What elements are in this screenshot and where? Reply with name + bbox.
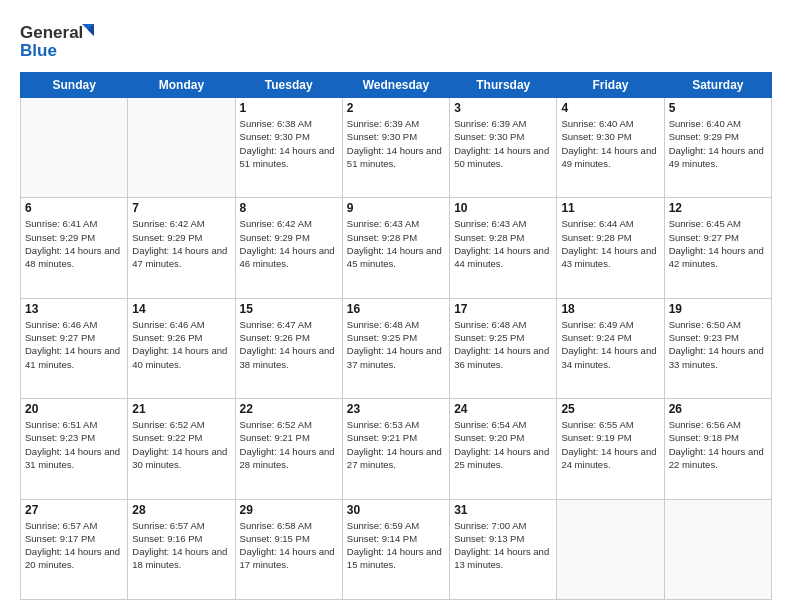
sunrise-text: Sunrise: 6:38 AM (240, 117, 338, 130)
sunset-text: Sunset: 9:28 PM (347, 231, 445, 244)
sunrise-text: Sunrise: 6:39 AM (347, 117, 445, 130)
sunrise-text: Sunrise: 6:47 AM (240, 318, 338, 331)
sunrise-text: Sunrise: 6:55 AM (561, 418, 659, 431)
day-info: Sunrise: 6:38 AMSunset: 9:30 PMDaylight:… (240, 117, 338, 170)
calendar-cell: 5Sunrise: 6:40 AMSunset: 9:29 PMDaylight… (664, 98, 771, 198)
sunset-text: Sunset: 9:16 PM (132, 532, 230, 545)
calendar-cell (21, 98, 128, 198)
daylight-text: Daylight: 14 hours and 46 minutes. (240, 244, 338, 271)
day-number: 23 (347, 402, 445, 416)
sunrise-text: Sunrise: 6:48 AM (454, 318, 552, 331)
sunset-text: Sunset: 9:28 PM (561, 231, 659, 244)
weekday-header: Saturday (664, 73, 771, 98)
day-info: Sunrise: 6:57 AMSunset: 9:16 PMDaylight:… (132, 519, 230, 572)
calendar-cell: 12Sunrise: 6:45 AMSunset: 9:27 PMDayligh… (664, 198, 771, 298)
calendar-cell: 13Sunrise: 6:46 AMSunset: 9:27 PMDayligh… (21, 298, 128, 398)
calendar-cell (664, 499, 771, 599)
day-number: 31 (454, 503, 552, 517)
day-info: Sunrise: 6:57 AMSunset: 9:17 PMDaylight:… (25, 519, 123, 572)
sunset-text: Sunset: 9:30 PM (240, 130, 338, 143)
calendar-cell: 11Sunrise: 6:44 AMSunset: 9:28 PMDayligh… (557, 198, 664, 298)
daylight-text: Daylight: 14 hours and 49 minutes. (669, 144, 767, 171)
sunrise-text: Sunrise: 6:40 AM (669, 117, 767, 130)
day-number: 2 (347, 101, 445, 115)
day-number: 30 (347, 503, 445, 517)
day-info: Sunrise: 6:52 AMSunset: 9:22 PMDaylight:… (132, 418, 230, 471)
weekday-header-row: SundayMondayTuesdayWednesdayThursdayFrid… (21, 73, 772, 98)
calendar-cell: 15Sunrise: 6:47 AMSunset: 9:26 PMDayligh… (235, 298, 342, 398)
day-info: Sunrise: 7:00 AMSunset: 9:13 PMDaylight:… (454, 519, 552, 572)
sunset-text: Sunset: 9:18 PM (669, 431, 767, 444)
sunrise-text: Sunrise: 6:43 AM (347, 217, 445, 230)
sunset-text: Sunset: 9:23 PM (669, 331, 767, 344)
day-info: Sunrise: 6:45 AMSunset: 9:27 PMDaylight:… (669, 217, 767, 270)
sunset-text: Sunset: 9:17 PM (25, 532, 123, 545)
weekday-header: Friday (557, 73, 664, 98)
sunset-text: Sunset: 9:21 PM (347, 431, 445, 444)
calendar-cell: 29Sunrise: 6:58 AMSunset: 9:15 PMDayligh… (235, 499, 342, 599)
sunrise-text: Sunrise: 6:43 AM (454, 217, 552, 230)
sunset-text: Sunset: 9:25 PM (347, 331, 445, 344)
sunrise-text: Sunrise: 6:39 AM (454, 117, 552, 130)
day-number: 16 (347, 302, 445, 316)
day-number: 1 (240, 101, 338, 115)
sunset-text: Sunset: 9:29 PM (669, 130, 767, 143)
day-number: 8 (240, 201, 338, 215)
daylight-text: Daylight: 14 hours and 49 minutes. (561, 144, 659, 171)
sunrise-text: Sunrise: 6:57 AM (25, 519, 123, 532)
calendar-cell: 25Sunrise: 6:55 AMSunset: 9:19 PMDayligh… (557, 399, 664, 499)
weekday-header: Tuesday (235, 73, 342, 98)
daylight-text: Daylight: 14 hours and 25 minutes. (454, 445, 552, 472)
calendar-row: 13Sunrise: 6:46 AMSunset: 9:27 PMDayligh… (21, 298, 772, 398)
day-info: Sunrise: 6:52 AMSunset: 9:21 PMDaylight:… (240, 418, 338, 471)
svg-text:Blue: Blue (20, 41, 57, 60)
day-info: Sunrise: 6:51 AMSunset: 9:23 PMDaylight:… (25, 418, 123, 471)
daylight-text: Daylight: 14 hours and 41 minutes. (25, 344, 123, 371)
daylight-text: Daylight: 14 hours and 51 minutes. (240, 144, 338, 171)
day-info: Sunrise: 6:53 AMSunset: 9:21 PMDaylight:… (347, 418, 445, 471)
sunrise-text: Sunrise: 6:41 AM (25, 217, 123, 230)
sunset-text: Sunset: 9:23 PM (25, 431, 123, 444)
day-number: 22 (240, 402, 338, 416)
sunset-text: Sunset: 9:30 PM (454, 130, 552, 143)
day-info: Sunrise: 6:39 AMSunset: 9:30 PMDaylight:… (347, 117, 445, 170)
day-number: 6 (25, 201, 123, 215)
sunrise-text: Sunrise: 6:44 AM (561, 217, 659, 230)
sunset-text: Sunset: 9:19 PM (561, 431, 659, 444)
calendar-cell: 7Sunrise: 6:42 AMSunset: 9:29 PMDaylight… (128, 198, 235, 298)
calendar-cell (128, 98, 235, 198)
daylight-text: Daylight: 14 hours and 20 minutes. (25, 545, 123, 572)
calendar-cell: 27Sunrise: 6:57 AMSunset: 9:17 PMDayligh… (21, 499, 128, 599)
sunrise-text: Sunrise: 6:45 AM (669, 217, 767, 230)
sunrise-text: Sunrise: 6:40 AM (561, 117, 659, 130)
calendar-cell: 19Sunrise: 6:50 AMSunset: 9:23 PMDayligh… (664, 298, 771, 398)
day-info: Sunrise: 6:50 AMSunset: 9:23 PMDaylight:… (669, 318, 767, 371)
calendar-row: 6Sunrise: 6:41 AMSunset: 9:29 PMDaylight… (21, 198, 772, 298)
day-number: 15 (240, 302, 338, 316)
calendar-row: 20Sunrise: 6:51 AMSunset: 9:23 PMDayligh… (21, 399, 772, 499)
calendar-cell: 14Sunrise: 6:46 AMSunset: 9:26 PMDayligh… (128, 298, 235, 398)
day-info: Sunrise: 6:55 AMSunset: 9:19 PMDaylight:… (561, 418, 659, 471)
sunset-text: Sunset: 9:30 PM (561, 130, 659, 143)
calendar-cell: 4Sunrise: 6:40 AMSunset: 9:30 PMDaylight… (557, 98, 664, 198)
sunset-text: Sunset: 9:29 PM (240, 231, 338, 244)
day-info: Sunrise: 6:54 AMSunset: 9:20 PMDaylight:… (454, 418, 552, 471)
sunset-text: Sunset: 9:21 PM (240, 431, 338, 444)
calendar-cell: 3Sunrise: 6:39 AMSunset: 9:30 PMDaylight… (450, 98, 557, 198)
sunset-text: Sunset: 9:14 PM (347, 532, 445, 545)
day-number: 29 (240, 503, 338, 517)
sunrise-text: Sunrise: 6:46 AM (25, 318, 123, 331)
sunrise-text: Sunrise: 6:52 AM (132, 418, 230, 431)
day-info: Sunrise: 6:48 AMSunset: 9:25 PMDaylight:… (347, 318, 445, 371)
calendar-cell: 1Sunrise: 6:38 AMSunset: 9:30 PMDaylight… (235, 98, 342, 198)
day-info: Sunrise: 6:39 AMSunset: 9:30 PMDaylight:… (454, 117, 552, 170)
calendar-cell: 10Sunrise: 6:43 AMSunset: 9:28 PMDayligh… (450, 198, 557, 298)
sunrise-text: Sunrise: 6:49 AM (561, 318, 659, 331)
daylight-text: Daylight: 14 hours and 37 minutes. (347, 344, 445, 371)
weekday-header: Wednesday (342, 73, 449, 98)
day-info: Sunrise: 6:46 AMSunset: 9:27 PMDaylight:… (25, 318, 123, 371)
daylight-text: Daylight: 14 hours and 30 minutes. (132, 445, 230, 472)
sunset-text: Sunset: 9:27 PM (669, 231, 767, 244)
calendar-cell: 22Sunrise: 6:52 AMSunset: 9:21 PMDayligh… (235, 399, 342, 499)
day-number: 12 (669, 201, 767, 215)
